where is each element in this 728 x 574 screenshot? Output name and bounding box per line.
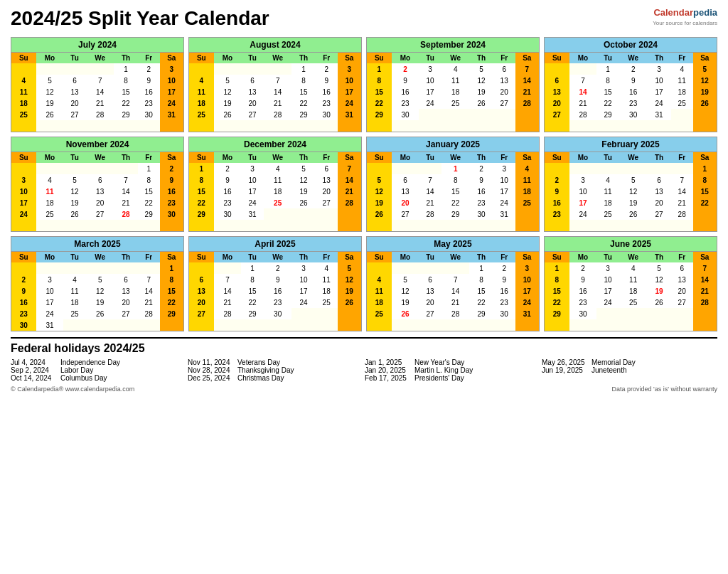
day-header-tu: Tu — [241, 252, 264, 262]
day-cell: 15 — [693, 186, 717, 197]
day-header-mo: Mo — [569, 252, 597, 262]
week-row — [367, 120, 539, 132]
day-cell — [515, 220, 539, 231]
day-cell: 20 — [671, 285, 693, 297]
day-header-we: We — [441, 152, 469, 163]
day-cell: 22 — [441, 197, 469, 208]
day-header-we: We — [86, 53, 114, 63]
day-cell — [338, 308, 361, 319]
day-cell: 16 — [392, 86, 419, 97]
day-header-mo: Mo — [36, 252, 64, 262]
day-header-we: We — [619, 152, 647, 163]
day-cell: 5 — [63, 174, 86, 186]
day-cell: 12 — [469, 75, 493, 86]
day-cell: 27 — [63, 109, 86, 120]
day-cell: 14 — [338, 174, 361, 186]
day-cell: 4 — [596, 174, 619, 186]
day-cell: 14 — [138, 285, 160, 297]
week-row: 9101112131415 — [11, 285, 183, 297]
week-row: 293031 — [189, 208, 361, 220]
day-cell — [569, 220, 597, 231]
day-cell: 20 — [114, 297, 137, 308]
day-cell — [114, 319, 137, 331]
day-cell: 3 — [11, 174, 36, 186]
day-cell — [291, 208, 315, 220]
day-header-tu: Tu — [419, 252, 441, 262]
week-row — [367, 220, 539, 231]
holiday-entry: Nov 11, 2024Veterans Day — [188, 358, 363, 366]
day-cell — [241, 120, 264, 132]
day-header-su: Su — [545, 252, 569, 262]
holiday-name: Independence Day — [60, 358, 120, 366]
day-cell — [545, 120, 569, 132]
day-cell: 21 — [214, 297, 242, 308]
day-header-th: Th — [114, 152, 137, 163]
week-row: 15161718192021 — [367, 86, 539, 97]
day-cell: 19 — [619, 197, 647, 208]
day-cell: 15 — [469, 285, 493, 297]
day-header-th: Th — [291, 252, 315, 262]
day-cell: 2 — [469, 163, 493, 174]
day-cell — [419, 163, 441, 174]
day-cell: 11 — [619, 274, 647, 285]
day-cell: 11 — [63, 285, 86, 297]
day-cell: 14 — [693, 274, 717, 285]
day-cell: 8 — [114, 75, 137, 86]
day-cell: 8 — [367, 75, 392, 86]
day-cell: 12 — [647, 274, 670, 285]
day-header-tu: Tu — [596, 252, 619, 262]
day-cell: 15 — [291, 86, 315, 97]
holiday-column: Jan 1, 2025New Year's DayJan 20, 2025Mar… — [365, 358, 540, 382]
day-cell: 29 — [160, 308, 183, 319]
calendar-october-2024: October 2024SuMoTuWeThFrSa12345678910111… — [544, 37, 717, 132]
day-cell: 5 — [367, 174, 392, 186]
week-row: 6789101112 — [189, 274, 361, 285]
day-cell: 6 — [316, 163, 338, 174]
day-cell — [214, 120, 242, 132]
day-cell: 13 — [114, 285, 137, 297]
day-cell: 19 — [367, 197, 392, 208]
day-cell — [441, 220, 469, 231]
day-cell: 14 — [515, 75, 539, 86]
calendar-title: June 2025 — [545, 237, 717, 252]
day-cell: 8 — [138, 174, 160, 186]
holiday-name: Christmas Day — [237, 374, 284, 382]
day-cell: 1 — [469, 262, 493, 274]
day-header-fr: Fr — [671, 53, 693, 63]
day-cell: 4 — [11, 75, 36, 86]
day-header-we: We — [441, 252, 469, 262]
day-cell: 17 — [291, 285, 315, 297]
day-cell — [214, 220, 242, 231]
day-cell — [189, 120, 214, 132]
day-cell: 11 — [264, 174, 291, 186]
disclaimer: Data provided 'as is' without warranty — [611, 386, 717, 393]
day-cell — [291, 319, 315, 331]
holiday-column: May 26, 2025Memorial DayJun 19, 2025June… — [542, 358, 717, 382]
day-cell: 28 — [114, 208, 137, 220]
day-cell — [63, 319, 86, 331]
week-row: 891011121314 — [545, 274, 717, 285]
day-cell: 12 — [291, 174, 315, 186]
day-cell: 27 — [114, 308, 137, 319]
day-header-sa: Sa — [515, 53, 539, 63]
holiday-date: Jun 19, 2025 — [542, 366, 588, 374]
day-cell — [647, 163, 670, 174]
week-row — [11, 220, 183, 231]
day-cell: 20 — [419, 297, 441, 308]
day-cell: 22 — [241, 297, 264, 308]
day-cell — [316, 319, 338, 331]
holiday-entry: May 26, 2025Memorial Day — [542, 358, 717, 366]
day-cell: 28 — [693, 297, 717, 308]
day-cell: 31 — [647, 109, 670, 120]
day-cell: 7 — [214, 274, 242, 285]
day-cell — [419, 109, 441, 120]
day-cell — [596, 319, 619, 331]
day-header-we: We — [619, 252, 647, 262]
day-cell: 19 — [291, 186, 315, 197]
day-cell: 22 — [367, 97, 392, 109]
day-cell: 28 — [214, 308, 242, 319]
day-cell — [189, 220, 214, 231]
day-cell — [114, 163, 137, 174]
day-cell — [647, 319, 670, 331]
day-cell — [469, 319, 493, 331]
